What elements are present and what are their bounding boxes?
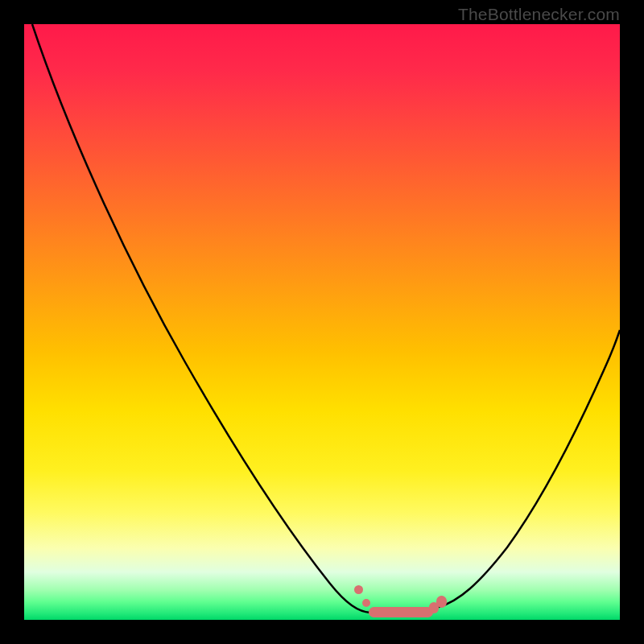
curve-path <box>32 24 620 613</box>
marker-dot-left <box>354 585 363 594</box>
marker-dot-right <box>436 596 447 608</box>
plot-area <box>24 24 620 620</box>
marker-band <box>369 607 433 617</box>
watermark-text: TheBottlenecker.com <box>458 5 620 24</box>
chart-container: TheBottlenecker.com <box>0 0 644 644</box>
marker-dot-left-2 <box>362 599 370 607</box>
bottleneck-curve <box>24 24 620 620</box>
